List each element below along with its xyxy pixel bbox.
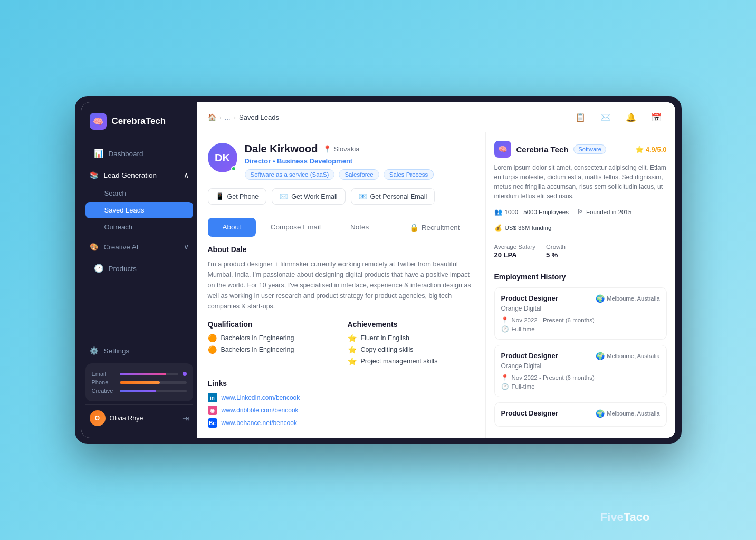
get-personal-email-button[interactable]: 📧 Get Personal Email — [351, 188, 435, 205]
star-icon-2: ⭐ — [348, 345, 357, 354]
qual-icon-2: 🟠 — [208, 345, 217, 354]
linkedin-url[interactable]: www.LinkedIn.com/bencook — [222, 394, 300, 401]
dribbble-url[interactable]: www.dribbble.com/bencook — [222, 407, 299, 414]
tab-notes[interactable]: Notes — [336, 218, 384, 237]
company-stats: 👥 1000 - 5000 Employees 🏳 Founded in 201… — [494, 208, 667, 232]
get-phone-button[interactable]: 📱 Get Phone — [208, 188, 267, 205]
sidebar-bottom: ⚙️ Settings Email Phone — [81, 335, 197, 438]
sidebar-item-settings[interactable]: ⚙️ Settings — [85, 341, 193, 360]
settings-label: Settings — [104, 347, 130, 355]
email-usage-label: Email — [92, 371, 116, 377]
usage-widget: Email Phone — [85, 363, 193, 401]
company-name-row: 🧠 Cerebria Tech Software — [494, 141, 606, 158]
emp-history-title: Employment History — [494, 273, 667, 281]
app-container: 🧠 CerebraTech 📊 Dashboard 📚 — [81, 102, 675, 438]
get-work-email-button[interactable]: ✉️ Get Work Email — [272, 188, 345, 205]
sidebar-item-outreach[interactable]: Outreach — [85, 219, 193, 235]
behance-url[interactable]: www.behance.net/bencook — [222, 419, 297, 427]
founded-icon: 🏳 — [577, 208, 583, 216]
flag-icon-2: 🌍 — [596, 352, 605, 360]
breadcrumb-current: Saved Leads — [239, 113, 279, 121]
tag-salesforce: Salesforce — [339, 169, 379, 180]
qual-list: 🟠 Bachelors in Engineering 🟠 Bachelors i… — [208, 334, 335, 354]
breadcrumb: 🏠 › ... › Saved Leads — [208, 113, 279, 121]
emp-location-1: 🌍 Melbourne, Australia — [596, 294, 659, 303]
sidebar-item-products[interactable]: 🕐 Products — [85, 258, 193, 278]
avatar-wrap: DK — [208, 143, 237, 172]
sidebar-section-creative-ai: 🎨 Creative AI ∨ — [85, 237, 193, 256]
emp-type-1: 🕐 Full-time — [501, 325, 660, 333]
email-dot — [183, 372, 187, 376]
profile-tags: Software as a service (SaaS) Salesforce … — [245, 169, 475, 180]
qualifications-section: Qualification 🟠 Bachelors in Engineering… — [208, 320, 335, 369]
emp-card-2-header: Product Designer 🌍 Melbourne, Australia — [501, 352, 660, 360]
emp-meta-2: 📍 Nov 2022 - Present (6 months) 🕐 Full-t… — [501, 374, 660, 390]
creative-ai-header[interactable]: 🎨 Creative AI ∨ — [85, 237, 193, 256]
qual-icon-1: 🟠 — [208, 334, 217, 342]
achiev-item-3: ⭐ Project management skills — [348, 357, 475, 365]
employees-stat: 👥 1000 - 5000 Employees — [494, 208, 569, 216]
home-icon[interactable]: 🏠 — [208, 113, 216, 121]
company-description: Lorem ipsum dolor sit amet, consectetur … — [494, 163, 667, 201]
sidebar-nav: 📊 Dashboard 📚 Lead Generation ∧ — [81, 138, 197, 335]
employees-icon: 👥 — [494, 208, 502, 216]
qual-title: Qualification — [208, 320, 335, 329]
usage-row-phone: Phone — [92, 379, 187, 385]
about-grid: Qualification 🟠 Bachelors in Engineering… — [208, 320, 475, 369]
achiev-item-1: ⭐ Fluent in English — [348, 334, 475, 342]
flag-icon-3: 🌍 — [596, 409, 605, 418]
emp-card-3-header: Product Designer 🌍 Melbourne, Australia — [501, 409, 660, 418]
profile-header: DK Dale Kirkwood 📍 Slovakia — [208, 143, 475, 180]
qual-item-2: 🟠 Bachelors in Engineering — [208, 345, 335, 354]
sidebar-item-saved-leads[interactable]: Saved Leads — [85, 202, 193, 218]
emp-card-1: Product Designer 🌍 Melbourne, Australia … — [494, 287, 667, 340]
company-header: 🧠 Cerebria Tech Software ⭐ 4.9/5.0 — [494, 141, 667, 158]
top-bar: 🏠 › ... › Saved Leads 📋 ✉️ 🔔 📅 — [197, 102, 675, 132]
company-metrics: Average Salary 20 LPA Growth 5 % — [494, 238, 667, 264]
linkedin-icon: in — [208, 393, 217, 402]
tag-sales: Sales Process — [384, 169, 434, 180]
phone-usage-bar — [120, 381, 187, 384]
achievements-section: Achievements ⭐ Fluent in English ⭐ Copy … — [348, 320, 475, 369]
calendar-icon[interactable]: 📅 — [648, 109, 665, 126]
fivetaco-brand: FiveTaco — [600, 510, 650, 524]
avatar: O — [90, 410, 106, 426]
emp-meta-1: 📍 Nov 2022 - Present (6 months) 🕐 Full-t… — [501, 316, 660, 333]
top-bar-actions: 📋 ✉️ 🔔 📅 — [572, 109, 665, 126]
action-buttons: 📱 Get Phone ✉️ Get Work Email 📧 Get Pers… — [208, 188, 475, 205]
bell-icon[interactable]: 🔔 — [623, 109, 639, 126]
phone-usage-label: Phone — [92, 379, 116, 385]
creative-bar-fill — [120, 390, 157, 392]
logout-icon[interactable]: ⇥ — [182, 413, 189, 423]
star-icon-3: ⭐ — [348, 357, 357, 365]
emp-period-1: 📍 Nov 2022 - Present (6 months) — [501, 316, 660, 324]
mail-icon[interactable]: ✉️ — [597, 109, 614, 126]
profile-name: Dale Kirkwood — [245, 143, 318, 155]
tab-recruitment[interactable]: 🔒 Recruitment — [395, 218, 475, 237]
flag-icon-1: 🌍 — [596, 294, 605, 303]
tab-about[interactable]: About — [208, 218, 256, 237]
products-icon: 🕐 — [94, 264, 103, 273]
divider — [208, 211, 475, 211]
phone-btn-icon: 📱 — [216, 192, 224, 200]
sidebar-item-search[interactable]: Search — [85, 185, 193, 201]
content-body: DK Dale Kirkwood 📍 Slovakia — [197, 132, 675, 438]
company-logo: 🧠 — [494, 141, 511, 158]
company-badge: Software — [573, 144, 606, 154]
emp-location-3: 🌍 Melbourne, Australia — [596, 409, 659, 418]
tab-compose-email[interactable]: Compose Email — [256, 218, 336, 237]
clipboard-icon[interactable]: 📋 — [572, 109, 589, 126]
emp-card-3: Product Designer 🌍 Melbourne, Australia — [494, 402, 667, 427]
creative-ai-label: Creative AI — [104, 243, 139, 251]
funding-icon: 💰 — [494, 224, 502, 232]
email-usage-bar — [120, 373, 178, 375]
usage-row-creative: Creative — [92, 388, 187, 394]
creative-usage-bar — [120, 390, 187, 392]
company-name: Cerebria Tech — [516, 145, 569, 154]
sidebar-item-dashboard[interactable]: 📊 Dashboard — [85, 143, 193, 163]
profile-role: Director • Business Development — [245, 157, 475, 165]
qual-item-1: 🟠 Bachelors in Engineering — [208, 334, 335, 342]
email-btn-icon: ✉️ — [280, 192, 288, 200]
lead-gen-header[interactable]: 📚 Lead Generation ∧ — [85, 166, 193, 185]
behance-icon: Be — [208, 418, 217, 428]
